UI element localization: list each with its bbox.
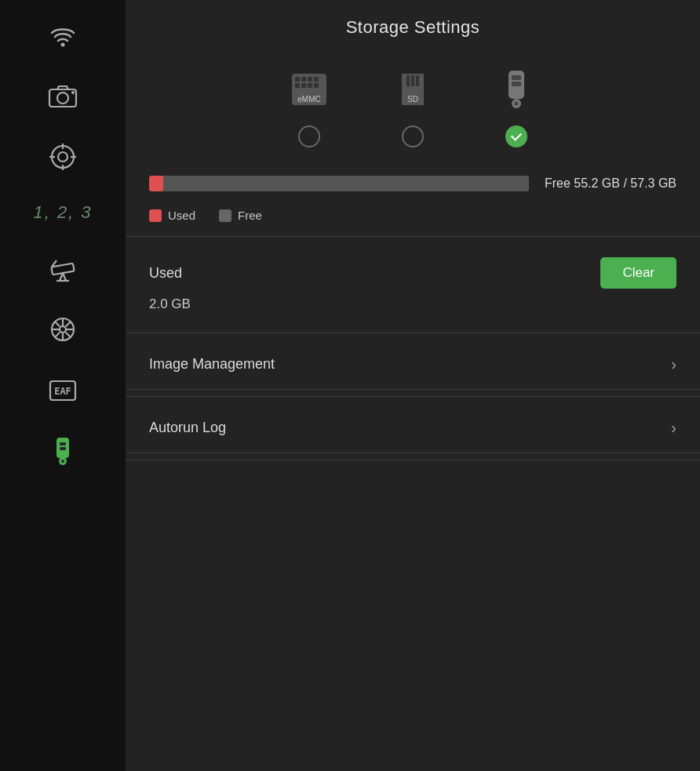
svg-rect-40	[314, 83, 319, 88]
svg-rect-28	[60, 442, 66, 446]
svg-rect-29	[60, 447, 66, 450]
svg-text:EAF: EAF	[54, 386, 71, 397]
used-section: Used Clear 2.0 GB	[126, 243, 700, 326]
wifi-icon[interactable]	[44, 16, 82, 53]
main-content: Storage Settings eMMC	[126, 0, 700, 771]
clear-button[interactable]: Clear	[600, 257, 676, 289]
svg-point-31	[61, 460, 64, 463]
svg-point-4	[52, 146, 74, 168]
sd-icon: SD	[385, 61, 441, 118]
storage-bar-section: Free 55.2 GB / 57.3 GB	[126, 163, 700, 199]
svg-rect-42	[407, 75, 410, 86]
storage-legend: Used Free	[126, 199, 700, 230]
image-management-label: Image Management	[149, 356, 275, 373]
sd-item[interactable]: SD	[385, 61, 441, 147]
usb-icon	[488, 61, 545, 118]
svg-rect-33	[295, 77, 300, 82]
crosshair-icon[interactable]	[44, 138, 82, 176]
svg-point-2	[57, 93, 68, 104]
svg-line-22	[66, 333, 71, 337]
svg-line-24	[55, 333, 60, 337]
svg-rect-34	[301, 77, 306, 82]
legend-free-dot	[219, 209, 232, 222]
svg-rect-39	[308, 83, 312, 88]
used-size: 2.0 GB	[149, 296, 676, 312]
used-label: Used	[149, 265, 182, 282]
divider-4	[126, 460, 700, 460]
storage-bar-background	[149, 176, 529, 191]
page-title: Storage Settings	[126, 0, 700, 53]
svg-rect-37	[295, 83, 300, 88]
legend-free: Free	[219, 209, 262, 222]
image-management-chevron: ›	[671, 355, 676, 373]
legend-free-label: Free	[238, 209, 262, 222]
svg-point-3	[71, 91, 75, 94]
svg-rect-48	[512, 82, 521, 86]
sd-radio[interactable]	[402, 125, 424, 147]
svg-rect-35	[308, 77, 312, 82]
svg-rect-44	[416, 75, 419, 86]
usb-radio[interactable]	[505, 125, 527, 147]
emmc-icon: eMMC	[281, 61, 337, 118]
svg-point-50	[515, 102, 519, 106]
svg-text:SD: SD	[407, 95, 418, 104]
emmc-radio[interactable]	[298, 125, 320, 147]
telescope-icon[interactable]	[44, 249, 82, 287]
svg-rect-36	[314, 77, 319, 82]
eaf-icon[interactable]: EAF	[44, 372, 82, 409]
storage-free-text: Free 55.2 GB / 57.3 GB	[545, 176, 676, 191]
storage-bar-wrapper: Free 55.2 GB / 57.3 GB	[149, 176, 676, 191]
legend-used: Used	[149, 209, 195, 222]
autorun-log-row[interactable]: Autorun Log ›	[126, 403, 700, 453]
svg-rect-43	[411, 75, 414, 86]
divider-1	[126, 236, 700, 237]
svg-rect-38	[301, 83, 306, 88]
svg-text:eMMC: eMMC	[297, 95, 320, 104]
storage-bar-used	[149, 176, 163, 191]
svg-point-5	[58, 152, 67, 162]
svg-line-21	[55, 322, 60, 326]
emmc-item[interactable]: eMMC	[281, 61, 337, 147]
numbers-label: 1, 2, 3	[33, 199, 92, 226]
storage-icons-row: eMMC SD	[126, 53, 700, 163]
camera-icon[interactable]	[44, 77, 82, 115]
divider-3	[126, 396, 700, 397]
used-header: Used Clear	[149, 257, 676, 289]
svg-point-16	[60, 326, 66, 333]
divider-2	[126, 333, 700, 333]
usb-sidebar-icon[interactable]	[44, 433, 82, 471]
legend-used-dot	[149, 209, 162, 222]
autorun-log-chevron: ›	[671, 419, 676, 437]
svg-line-23	[66, 322, 71, 326]
usb-item[interactable]	[488, 61, 545, 147]
svg-line-12	[63, 273, 66, 281]
svg-rect-47	[512, 75, 521, 80]
image-management-row[interactable]: Image Management ›	[126, 340, 700, 390]
sidebar: 1, 2, 3 EAF	[0, 0, 126, 771]
wheel-icon[interactable]	[44, 311, 82, 348]
svg-point-0	[61, 43, 65, 47]
legend-used-label: Used	[168, 209, 195, 222]
autorun-log-label: Autorun Log	[149, 420, 226, 436]
